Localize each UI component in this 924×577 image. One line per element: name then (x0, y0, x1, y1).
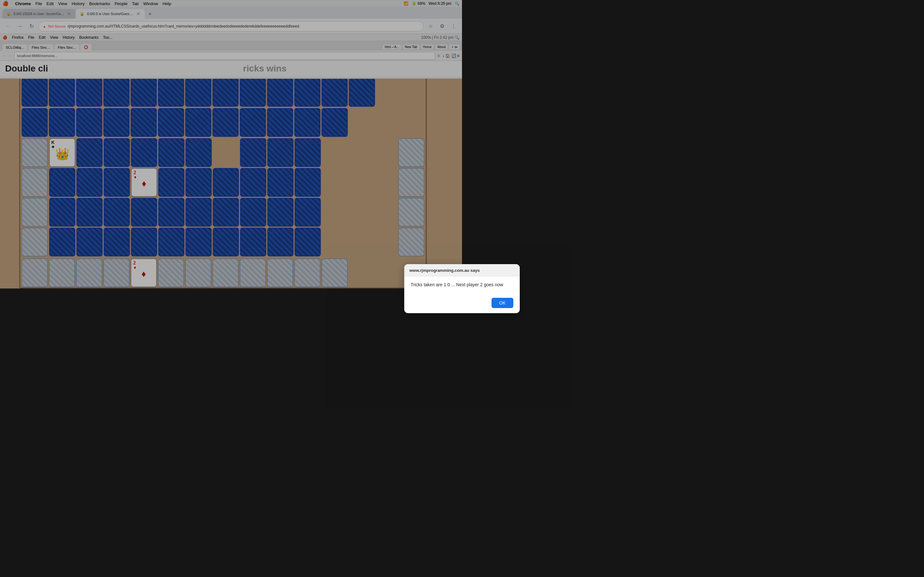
dialog-body: Tricks taken are 1:0 ... Next player 2 g… (404, 276, 462, 289)
dialog-header: www.rjmprogramming.com.au says (404, 264, 462, 276)
dialog-message: Tricks taken are 1:0 ... Next player 2 g… (411, 282, 462, 287)
alert-dialog: www.rjmprogramming.com.au says Tricks ta… (404, 264, 462, 289)
dialog-title: www.rjmprogramming.com.au says (409, 268, 462, 273)
dialog-overlay: www.rjmprogramming.com.au says Tricks ta… (0, 0, 462, 288)
